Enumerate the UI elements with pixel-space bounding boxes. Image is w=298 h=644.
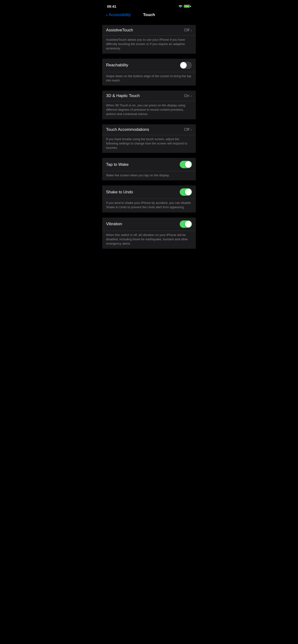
reachability-toggle-thumb <box>180 62 187 68</box>
battery-icon: ⚡ <box>184 5 191 8</box>
shake-to-undo-label: Shake to Undo <box>106 190 133 194</box>
status-time: 09:41 <box>107 4 116 8</box>
assistive-touch-row[interactable]: AssistiveTouch Off › <box>102 25 196 36</box>
assistive-touch-chevron-icon: › <box>191 28 192 32</box>
touch-accommodations-row[interactable]: Touch Accommodations Off › <box>102 124 196 135</box>
vibration-label: Vibration <box>106 222 122 226</box>
separator-6 <box>102 213 196 218</box>
back-button[interactable]: ‹ Accessibility <box>106 12 131 17</box>
3d-haptic-touch-value-container: On › <box>184 94 192 98</box>
nav-header: ‹ Accessibility Touch <box>102 10 196 20</box>
tap-to-wake-toggle[interactable] <box>180 161 192 168</box>
assistive-touch-value: Off <box>184 28 189 32</box>
reachability-toggle[interactable] <box>180 62 192 69</box>
touch-accommodations-description: If you have trouble using the touch scre… <box>102 135 196 153</box>
3d-haptic-touch-description: When 3D Touch is on, you can press on th… <box>102 101 196 119</box>
page-title: Touch <box>143 12 155 17</box>
wifi-icon <box>179 5 182 8</box>
back-label: Accessibility <box>109 12 131 17</box>
shake-to-undo-toggle[interactable] <box>180 188 192 196</box>
vibration-description: When this switch is off, all vibration o… <box>102 231 196 249</box>
tap-to-wake-section: Tap to Wake Wake the screen when you tap… <box>102 158 196 180</box>
tap-to-wake-toggle-thumb <box>185 161 192 168</box>
separator-2 <box>102 86 196 90</box>
separator-4 <box>102 153 196 158</box>
separator-5 <box>102 181 196 186</box>
separator-1 <box>102 54 196 59</box>
vibration-toggle-thumb <box>185 221 192 227</box>
assistive-touch-value-container: Off › <box>184 28 192 32</box>
reachability-section: Reachability Swipe down on the bottom ed… <box>102 59 196 86</box>
reachability-description: Swipe down on the bottom edge of the scr… <box>102 72 196 86</box>
3d-haptic-touch-section: 3D & Haptic Touch On › When 3D Touch is … <box>102 90 196 119</box>
3d-haptic-touch-label: 3D & Haptic Touch <box>106 94 140 98</box>
reachability-label: Reachability <box>106 63 128 68</box>
vibration-section: Vibration When this switch is off, all v… <box>102 218 196 249</box>
shake-to-undo-row[interactable]: Shake to Undo <box>102 186 196 199</box>
tap-to-wake-description: Wake the screen when you tap on the disp… <box>102 171 196 180</box>
status-bar: 09:41 ⚡ <box>102 0 196 10</box>
tap-to-wake-label: Tap to Wake <box>106 162 129 167</box>
assistive-touch-description: AssistiveTouch allows you to use your iP… <box>102 36 196 54</box>
shake-to-undo-description: If you tend to shake your iPhone by acci… <box>102 199 196 212</box>
touch-accommodations-label: Touch Accommodations <box>106 127 149 132</box>
vibration-toggle[interactable] <box>180 220 192 228</box>
top-spacer <box>102 20 196 25</box>
touch-accommodations-value: Off <box>184 127 189 132</box>
back-chevron-icon: ‹ <box>106 12 108 17</box>
3d-haptic-touch-value: On <box>184 94 190 98</box>
assistive-touch-label: AssistiveTouch <box>106 28 133 32</box>
separator-3 <box>102 120 196 124</box>
touch-accommodations-value-container: Off › <box>184 127 192 132</box>
status-icons: ⚡ <box>179 5 191 8</box>
battery-bolt: ⚡ <box>186 5 188 8</box>
vibration-row[interactable]: Vibration <box>102 218 196 231</box>
3d-haptic-touch-chevron-icon: › <box>191 94 192 98</box>
touch-accommodations-chevron-icon: › <box>191 128 192 132</box>
shake-to-undo-toggle-thumb <box>185 189 192 195</box>
reachability-row[interactable]: Reachability <box>102 59 196 72</box>
tap-to-wake-row[interactable]: Tap to Wake <box>102 158 196 171</box>
3d-haptic-touch-row[interactable]: 3D & Haptic Touch On › <box>102 90 196 101</box>
assistive-touch-section: AssistiveTouch Off › AssistiveTouch allo… <box>102 25 196 54</box>
shake-to-undo-section: Shake to Undo If you tend to shake your … <box>102 186 196 212</box>
touch-accommodations-section: Touch Accommodations Off › If you have t… <box>102 124 196 153</box>
